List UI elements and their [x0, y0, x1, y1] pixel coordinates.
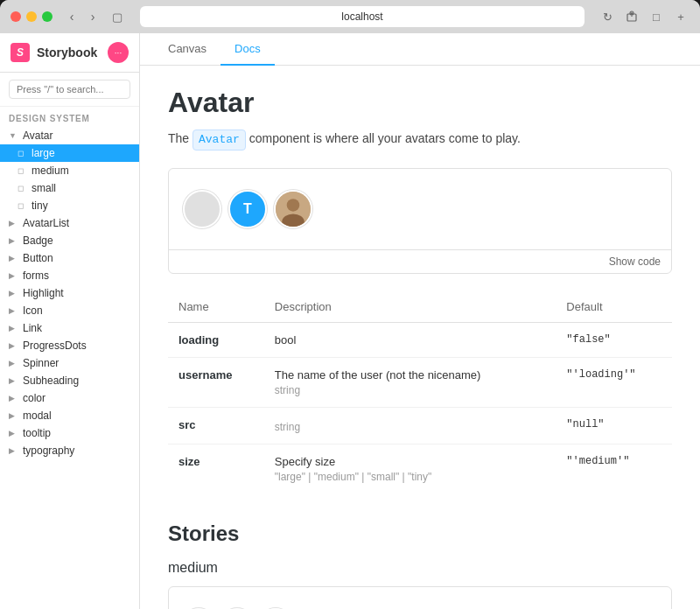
chevron-right-icon: ▶: [9, 359, 19, 368]
show-code-button[interactable]: Show code: [609, 256, 661, 268]
chevron-right-icon: ▶: [9, 289, 19, 298]
sidebar-item-label: large: [32, 147, 55, 159]
sidebar-item-badge[interactable]: ▶ Badge: [0, 232, 139, 249]
duplicate-icon[interactable]: □: [648, 8, 665, 25]
chevron-down-icon: ▼: [9, 131, 19, 140]
prop-name: loading: [178, 333, 254, 346]
tab-view-icon[interactable]: ▢: [108, 8, 126, 25]
chevron-right-icon: ▶: [9, 324, 19, 332]
avatar-t: T: [228, 190, 267, 228]
prop-type: string: [275, 384, 546, 396]
maximize-button[interactable]: [42, 11, 52, 22]
sidebar-item-label: modal: [23, 410, 52, 422]
sidebar-item-medium[interactable]: ◻ medium: [0, 162, 139, 179]
column-default: Default: [556, 291, 672, 323]
main-content: Canvas Docs Avatar The Avatar component …: [140, 33, 700, 609]
preview-toolbar: Show code: [169, 249, 671, 273]
avatar-photo: [274, 190, 312, 228]
sidebar-item-label: tooltip: [23, 427, 51, 439]
column-name: Name: [168, 291, 264, 323]
sidebar-item-label: Badge: [23, 234, 53, 247]
component-name-badge: Avatar: [192, 130, 246, 150]
tab-docs[interactable]: Docs: [220, 33, 275, 66]
tab-canvas[interactable]: Canvas: [154, 33, 220, 66]
app-container: S Storybook ··· Design System ▼ Avatar ◻…: [0, 33, 700, 609]
sidebar-item-label: small: [32, 182, 56, 194]
description-suffix: component is where all your avatars come…: [249, 131, 521, 145]
sidebar-item-button[interactable]: ▶ Button: [0, 249, 139, 267]
sidebar-search: [0, 73, 139, 107]
props-table: Name Description Default loading bool: [168, 291, 672, 494]
sidebar-item-icon[interactable]: ▶ Icon: [0, 302, 139, 319]
story-icon: ◻: [18, 166, 28, 175]
chevron-right-icon: ▶: [9, 254, 19, 262]
search-input[interactable]: [9, 80, 130, 99]
chevron-right-icon: ▶: [9, 219, 19, 228]
chevron-right-icon: ▶: [9, 429, 19, 438]
sidebar-menu-button[interactable]: ···: [108, 42, 129, 63]
sidebar-item-label: Subheading: [23, 374, 79, 387]
sidebar: S Storybook ··· Design System ▼ Avatar ◻…: [0, 33, 140, 609]
avatar-loading: [183, 190, 221, 228]
minimize-button[interactable]: [26, 11, 37, 22]
sidebar-items: ▼ Avatar ◻ large ◻ medium ◻ small: [0, 127, 139, 609]
svg-point-2: [287, 199, 300, 212]
table-row: username The name of the user (not the n…: [168, 357, 672, 407]
sidebar-item-tooltip[interactable]: ▶ tooltip: [0, 424, 139, 442]
sidebar-item-progressdots[interactable]: ▶ ProgressDots: [0, 337, 139, 354]
sidebar-item-modal[interactable]: ▶ modal: [0, 407, 139, 424]
medium-preview-box: T Show code: [168, 586, 672, 610]
prop-description: Specify size: [275, 455, 546, 468]
sidebar-item-link[interactable]: ▶ Link: [0, 319, 139, 337]
nav-buttons: ‹ ›: [63, 8, 102, 25]
forward-button[interactable]: ›: [84, 8, 102, 25]
sidebar-title: Storybook: [37, 46, 97, 60]
prop-name: username: [178, 368, 254, 382]
sidebar-item-label: AvatarList: [23, 217, 69, 229]
sidebar-item-label: Link: [23, 322, 42, 334]
traffic-lights: [10, 11, 52, 22]
share-icon[interactable]: [623, 8, 640, 25]
sidebar-item-label: forms: [23, 270, 49, 282]
prop-default-cell: "false": [556, 322, 672, 357]
sidebar-item-highlight[interactable]: ▶ Highlight: [0, 284, 139, 302]
sidebar-item-small[interactable]: ◻ small: [0, 179, 139, 197]
chevron-right-icon: ▶: [9, 236, 19, 245]
sidebar-item-spinner[interactable]: ▶ Spinner: [0, 354, 139, 372]
sidebar-item-large[interactable]: ◻ large: [0, 144, 139, 162]
story-icon: ◻: [18, 201, 28, 210]
prop-description-cell: The name of the user (not the nicename) …: [264, 357, 556, 407]
preview-area: T: [169, 169, 671, 249]
prop-default-cell: "'loading'": [556, 357, 672, 407]
sidebar-item-avatarlist[interactable]: ▶ AvatarList: [0, 214, 139, 232]
reload-icon[interactable]: ↻: [598, 8, 616, 25]
tabs-bar: Canvas Docs: [140, 33, 700, 66]
sidebar-item-forms[interactable]: ▶ forms: [0, 267, 139, 284]
component-description: The Avatar component is where all your a…: [168, 130, 672, 150]
sidebar-item-avatar[interactable]: ▼ Avatar: [0, 127, 139, 144]
storybook-logo: S: [10, 43, 30, 62]
prop-name: size: [178, 455, 254, 468]
prop-name: src: [178, 418, 254, 431]
story-icon: ◻: [18, 184, 28, 192]
prop-name-cell: username: [168, 357, 264, 407]
sidebar-item-label: Highlight: [23, 287, 64, 299]
prop-name-cell: size: [168, 444, 264, 494]
back-button[interactable]: ‹: [63, 8, 80, 25]
address-bar[interactable]: localhost: [140, 6, 584, 27]
prop-description: string: [275, 421, 546, 433]
table-row: loading bool "false": [168, 322, 672, 357]
story-icon: ◻: [18, 149, 28, 158]
new-tab-icon[interactable]: +: [672, 8, 690, 25]
table-row: size Specify size "large" | "medium" | "…: [168, 444, 672, 494]
component-title: Avatar: [168, 87, 672, 119]
sidebar-item-subheading[interactable]: ▶ Subheading: [0, 372, 139, 389]
chevron-right-icon: ▶: [9, 306, 19, 315]
sidebar-item-color[interactable]: ▶ color: [0, 389, 139, 407]
browser-titlebar: ‹ › ▢ localhost ↻ □ +: [0, 0, 700, 33]
sidebar-item-label: Avatar: [23, 130, 52, 142]
close-button[interactable]: [10, 11, 21, 22]
table-row: src string "null": [168, 407, 672, 444]
sidebar-item-tiny[interactable]: ◻ tiny: [0, 197, 139, 214]
sidebar-item-typography[interactable]: ▶ typography: [0, 442, 139, 459]
